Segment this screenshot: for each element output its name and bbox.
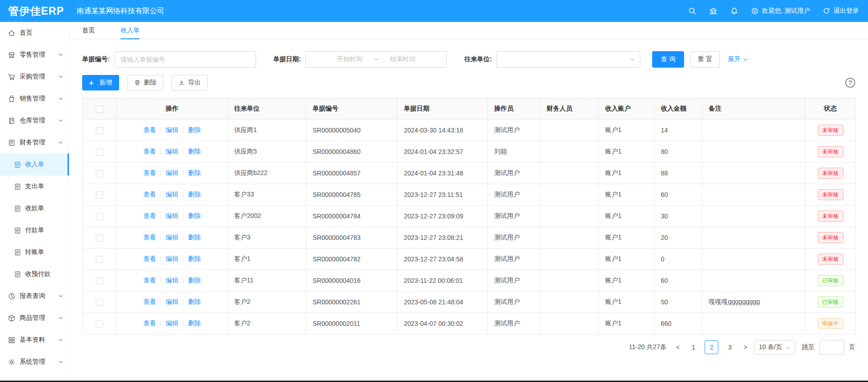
- status-badge: 未审核: [818, 125, 843, 136]
- row-view-link[interactable]: 查看: [143, 126, 156, 133]
- sidebar-item-purchase[interactable]: 采购管理: [0, 66, 69, 88]
- row-checkbox[interactable]: [96, 170, 103, 177]
- reset-button[interactable]: 重 置: [690, 51, 720, 68]
- sidebar-item-reports[interactable]: 报表查询: [0, 285, 69, 307]
- date-range-picker[interactable]: 开始时间 ~ 结束时间: [305, 51, 447, 68]
- sidebar-item-sales[interactable]: 销售管理: [0, 88, 69, 110]
- sidebar-item-label: 财务管理: [20, 138, 45, 147]
- logout-button[interactable]: 退出登录: [823, 7, 859, 15]
- row-view-link[interactable]: 查看: [143, 148, 156, 155]
- table-toolbar: + 新增 删除 导出 ?: [82, 75, 855, 90]
- export-button[interactable]: 导出: [172, 75, 208, 90]
- cell-finance-staff: [540, 120, 599, 141]
- row-view-link[interactable]: 查看: [143, 276, 156, 284]
- cell-account: 账户1: [599, 227, 654, 249]
- row-delete-link[interactable]: 删除: [188, 319, 201, 327]
- select-all-checkbox[interactable]: [96, 106, 103, 113]
- row-delete-link[interactable]: 删除: [188, 276, 201, 284]
- row-edit-link[interactable]: 编辑: [166, 126, 178, 133]
- home-platform-icon[interactable]: [709, 7, 717, 15]
- pagination-page-1[interactable]: 1: [686, 340, 700, 354]
- row-delete-link[interactable]: 删除: [188, 233, 201, 241]
- tab-home[interactable]: 首页: [82, 22, 95, 39]
- sidebar-subitem-prepayment[interactable]: 收预付款: [0, 263, 69, 285]
- search-button[interactable]: 查 询: [652, 51, 684, 68]
- row-checkbox[interactable]: [96, 191, 103, 199]
- row-view-link[interactable]: 查看: [143, 298, 156, 305]
- row-delete-link[interactable]: 删除: [188, 126, 201, 133]
- sidebar-subitem-payment-bill[interactable]: 付款单: [0, 219, 69, 241]
- row-view-link[interactable]: 查看: [143, 233, 156, 241]
- add-button[interactable]: + 新增: [82, 75, 119, 90]
- row-delete-link[interactable]: 删除: [188, 298, 201, 305]
- row-checkbox[interactable]: [96, 277, 103, 285]
- expand-filters-link[interactable]: 展开: [728, 55, 748, 64]
- row-view-link[interactable]: 查看: [143, 191, 156, 198]
- cell-amount: 0: [654, 249, 702, 270]
- pagination-prev-icon[interactable]: <: [674, 344, 682, 351]
- cell-amount: 660: [654, 313, 702, 334]
- cell-partner: 客户2: [228, 313, 306, 334]
- bell-icon[interactable]: [730, 7, 738, 15]
- row-delete-link[interactable]: 删除: [188, 148, 201, 155]
- cell-bill-date: 2023-11-22 00:06:01: [397, 270, 488, 292]
- gear-icon: [8, 358, 16, 366]
- row-checkbox[interactable]: [96, 256, 103, 263]
- user-welcome[interactable]: 欢迎您, 测试用户: [751, 7, 810, 15]
- jump-to-label: 跳至: [802, 343, 815, 351]
- row-delete-link[interactable]: 删除: [188, 212, 201, 219]
- jump-to-input[interactable]: [819, 340, 844, 355]
- sidebar-item-system[interactable]: 系统管理: [0, 351, 69, 373]
- sidebar-item-retail[interactable]: 零售管理: [0, 44, 69, 66]
- sidebar-item-finance[interactable]: 财务管理: [0, 132, 69, 154]
- row-delete-link[interactable]: 删除: [188, 255, 201, 262]
- pagination-page-3[interactable]: 3: [723, 340, 737, 354]
- table-row: 查看编辑删除 客户3 SR00000004783 2023-12-27 23:0…: [83, 227, 856, 249]
- row-edit-link[interactable]: 编辑: [166, 298, 178, 305]
- chevron-down-icon: [58, 118, 63, 123]
- sidebar-item-warehouse[interactable]: 仓库管理: [0, 110, 69, 132]
- row-edit-link[interactable]: 编辑: [166, 191, 178, 198]
- row-edit-link[interactable]: 编辑: [166, 233, 178, 241]
- cell-bill-no: SR00000004860: [306, 141, 397, 163]
- row-edit-link[interactable]: 编辑: [166, 212, 178, 219]
- sidebar-item-basic-data[interactable]: 基本资料: [0, 329, 69, 351]
- row-delete-link[interactable]: 删除: [188, 169, 201, 176]
- row-view-link[interactable]: 查看: [143, 169, 156, 176]
- row-edit-link[interactable]: 编辑: [166, 276, 178, 284]
- tab-income-bill[interactable]: 收入单: [120, 22, 140, 39]
- sidebar-subitem-receipt-bill[interactable]: 收款单: [0, 197, 69, 219]
- row-checkbox[interactable]: [96, 127, 103, 134]
- row-checkbox[interactable]: [96, 320, 103, 328]
- row-edit-link[interactable]: 编辑: [166, 255, 178, 262]
- row-delete-link[interactable]: 删除: [188, 191, 201, 198]
- row-view-link[interactable]: 查看: [143, 319, 156, 327]
- row-checkbox[interactable]: [96, 234, 103, 242]
- sidebar-item-label: 商品管理: [20, 314, 45, 322]
- sidebar-subitem-transfer-bill[interactable]: 转账单: [0, 241, 69, 263]
- row-view-link[interactable]: 查看: [143, 255, 156, 262]
- plus-icon: +: [89, 79, 94, 87]
- row-checkbox[interactable]: [96, 213, 103, 220]
- cell-operator: 测试用户: [488, 313, 540, 334]
- row-checkbox[interactable]: [96, 299, 103, 306]
- bill-no-input[interactable]: [115, 51, 256, 68]
- row-edit-link[interactable]: 编辑: [166, 148, 178, 155]
- grid-icon: [8, 336, 16, 344]
- delete-button[interactable]: 删除: [127, 75, 163, 90]
- sidebar-subitem-income-bill[interactable]: 收入单: [0, 154, 69, 175]
- sidebar-item-home[interactable]: 首页: [0, 22, 69, 44]
- column-header-remark: 备注: [702, 98, 805, 120]
- help-icon[interactable]: ?: [845, 78, 855, 88]
- sidebar-item-goods[interactable]: 商品管理: [0, 307, 69, 329]
- sidebar-subitem-expense-bill[interactable]: 支出单: [0, 175, 69, 197]
- row-view-link[interactable]: 查看: [143, 212, 156, 219]
- partner-select[interactable]: [497, 51, 640, 68]
- page-size-select[interactable]: 10 条/页: [754, 340, 795, 355]
- pagination-page-2[interactable]: 2: [705, 340, 718, 354]
- search-icon[interactable]: [688, 7, 696, 15]
- row-edit-link[interactable]: 编辑: [166, 169, 178, 176]
- row-edit-link[interactable]: 编辑: [166, 319, 178, 327]
- row-checkbox[interactable]: [96, 149, 103, 156]
- pagination-next-icon[interactable]: >: [741, 344, 749, 351]
